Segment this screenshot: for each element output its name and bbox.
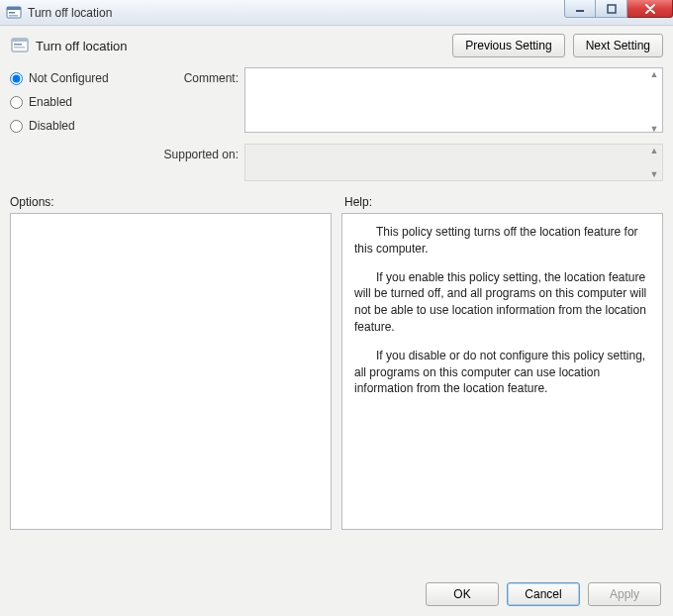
radio-enabled-input[interactable] — [10, 96, 23, 109]
svg-rect-5 — [608, 5, 616, 13]
supported-on-wrap: ▲ ▼ — [244, 144, 663, 181]
window-buttons — [564, 0, 673, 18]
next-setting-button[interactable]: Next Setting — [573, 34, 663, 57]
dialog-body: Turn off location Previous Setting Next … — [0, 26, 673, 616]
nav-buttons: Previous Setting Next Setting — [452, 34, 663, 57]
help-panel: This policy setting turns off the locati… — [341, 213, 663, 530]
options-label: Options: — [10, 195, 336, 209]
cancel-button[interactable]: Cancel — [507, 582, 580, 606]
help-paragraph: If you enable this policy setting, the l… — [354, 269, 650, 336]
help-paragraph: If you disable or do not configure this … — [354, 348, 650, 397]
svg-rect-7 — [12, 39, 28, 42]
svg-rect-3 — [9, 15, 18, 17]
comment-wrap: ▲ ▼ — [244, 67, 663, 136]
svg-rect-2 — [9, 12, 15, 14]
top-grid: Not Configured Enabled Disabled Comment:… — [10, 67, 663, 181]
comment-textarea[interactable] — [244, 67, 663, 133]
close-button[interactable] — [627, 0, 673, 18]
radio-not-configured-label: Not Configured — [29, 71, 109, 85]
state-radios: Not Configured Enabled Disabled — [10, 67, 144, 133]
window-title: Turn off location — [28, 6, 112, 20]
previous-setting-button[interactable]: Previous Setting — [452, 34, 564, 57]
svg-rect-1 — [7, 7, 21, 10]
svg-rect-4 — [576, 10, 584, 12]
policy-icon — [10, 36, 30, 55]
app-icon — [6, 5, 22, 21]
options-panel — [10, 213, 332, 530]
radio-disabled-label: Disabled — [29, 119, 75, 133]
policy-title: Turn off location — [36, 39, 128, 53]
supported-on-label: Supported on: — [149, 144, 239, 161]
supported-on-box — [244, 144, 663, 181]
comment-label: Comment: — [149, 67, 239, 85]
radio-not-configured-input[interactable] — [10, 72, 23, 85]
radio-disabled[interactable]: Disabled — [10, 119, 144, 133]
radio-enabled[interactable]: Enabled — [10, 95, 144, 109]
minimize-button[interactable] — [564, 0, 596, 18]
panels: This policy setting turns off the locati… — [10, 213, 663, 530]
ok-button[interactable]: OK — [426, 582, 499, 606]
apply-button[interactable]: Apply — [588, 582, 661, 606]
header-left: Turn off location — [10, 36, 128, 55]
help-paragraph: This policy setting turns off the locati… — [354, 224, 650, 257]
section-labels: Options: Help: — [10, 195, 663, 209]
radio-not-configured[interactable]: Not Configured — [10, 71, 144, 85]
radio-disabled-input[interactable] — [10, 120, 23, 133]
footer-buttons: OK Cancel Apply — [426, 582, 661, 606]
svg-rect-9 — [14, 47, 25, 49]
title-bar: Turn off location — [0, 0, 673, 26]
maximize-button[interactable] — [596, 0, 627, 18]
help-label: Help: — [336, 195, 663, 209]
radio-enabled-label: Enabled — [29, 95, 72, 109]
svg-rect-8 — [14, 44, 22, 46]
header-row: Turn off location Previous Setting Next … — [10, 34, 663, 57]
